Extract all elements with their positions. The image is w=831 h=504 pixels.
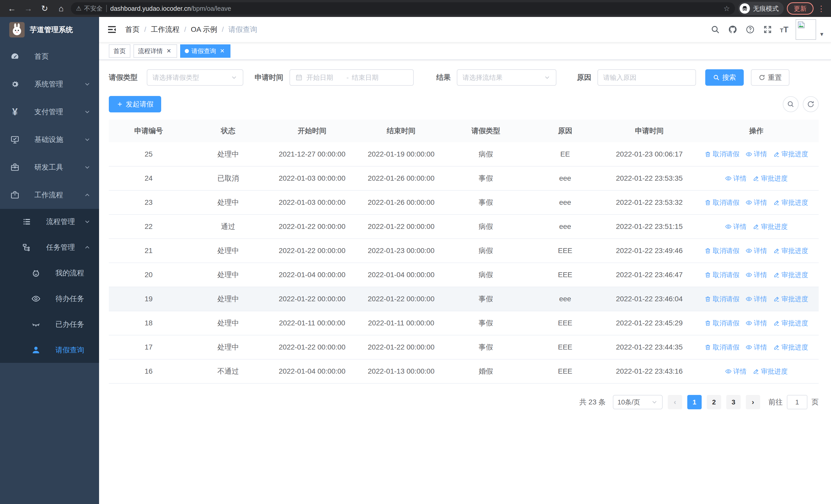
sidebar-item-3[interactable]: 基础设施 (0, 126, 99, 153)
sidebar-item-5[interactable]: 工作流程 (0, 181, 99, 209)
progress-action-link[interactable]: 审批进度 (773, 270, 808, 279)
breadcrumb-item[interactable]: 首页 (125, 25, 140, 34)
sidebar-item-8[interactable]: 我的流程 (0, 260, 99, 286)
create-leave-button[interactable]: 发起请假 (109, 96, 161, 112)
sidebar-item-label: 任务管理 (46, 242, 75, 252)
refresh-table-icon[interactable] (803, 96, 819, 112)
not-secure-warning[interactable]: ⚠ 不安全 (76, 4, 103, 12)
leave-type-select[interactable] (147, 69, 243, 86)
progress-action-link[interactable]: 审批进度 (773, 198, 808, 207)
cancel-action-link[interactable]: 取消请假 (705, 198, 739, 207)
browser-home-icon[interactable]: ⌂ (54, 2, 68, 15)
page-size-select[interactable]: 10条/页 (613, 395, 663, 409)
detail-action-link[interactable]: 详情 (746, 270, 767, 279)
close-icon[interactable]: ✕ (219, 48, 226, 55)
tab-0[interactable]: 首页 (109, 45, 131, 58)
leave-type-input[interactable] (152, 73, 230, 82)
browser-toolbar: ← → ↻ ⌂ ⚠ 不安全 dashboard.yudao.iocoder.cn… (0, 0, 831, 17)
address-bar[interactable]: ⚠ 不安全 dashboard.yudao.iocoder.cn/bpm/oa/… (71, 2, 735, 14)
reason-input[interactable] (603, 73, 690, 82)
github-icon[interactable] (727, 24, 738, 35)
sidebar-item-0[interactable]: 首页 (0, 42, 99, 70)
page-button-3[interactable]: 3 (726, 395, 741, 409)
apply-time-range-picker[interactable]: - (289, 69, 414, 86)
tab-1[interactable]: 流程详情✕ (134, 45, 177, 58)
detail-action-link[interactable]: 详情 (746, 150, 767, 158)
reason-field[interactable] (598, 69, 696, 86)
detail-action-link[interactable]: 详情 (746, 295, 767, 304)
sidebar-item-7[interactable]: 任务管理 (0, 235, 99, 260)
progress-action-link[interactable]: 审批进度 (773, 246, 808, 255)
browser-reload-icon[interactable]: ↻ (38, 2, 51, 15)
sidebar-item-4[interactable]: 研发工具 (0, 153, 99, 181)
detail-action-link[interactable]: 详情 (746, 319, 767, 328)
detail-action-link[interactable]: 详情 (746, 246, 767, 255)
start-date-input[interactable] (307, 73, 343, 82)
progress-action-link[interactable]: 审批进度 (773, 319, 808, 328)
progress-action-link[interactable]: 审批进度 (773, 343, 808, 352)
chevron-down-icon (544, 74, 551, 81)
detail-action-link[interactable]: 详情 (725, 367, 747, 376)
result-select[interactable] (457, 69, 556, 86)
font-size-icon[interactable]: TT (780, 25, 789, 34)
sidebar-item-6[interactable]: 流程管理 (0, 209, 99, 235)
cancel-action-link[interactable]: 取消请假 (705, 319, 739, 328)
cancel-action-link[interactable]: 取消请假 (705, 246, 739, 255)
fullscreen-icon[interactable] (763, 24, 773, 35)
eye-icon (725, 223, 732, 230)
page-button-1[interactable]: 1 (687, 395, 701, 409)
goto-page-input[interactable] (787, 395, 807, 409)
cell-actions: 详情审批进度 (694, 214, 819, 239)
breadcrumb-item[interactable]: OA 示例 (191, 25, 218, 34)
avatar[interactable] (796, 19, 816, 40)
trash-icon (705, 271, 711, 278)
avatar-caret-icon[interactable]: ▾ (820, 31, 823, 38)
browser-menu-icon[interactable]: ⋮ (816, 4, 826, 13)
cell-end: 2022-01-22 00:00:00 (356, 335, 446, 359)
progress-action-link[interactable]: 审批进度 (773, 295, 808, 304)
incognito-badge: 无痕模式 (738, 2, 784, 15)
browser-forward-icon[interactable]: → (22, 2, 35, 15)
bookmark-star-icon[interactable]: ☆ (723, 4, 730, 13)
calendar-icon (295, 73, 303, 81)
detail-action-link[interactable]: 详情 (725, 222, 747, 231)
cancel-action-link[interactable]: 取消请假 (705, 150, 739, 158)
sidebar-item-label: 基础设施 (34, 135, 63, 145)
sidebar-item-9[interactable]: 待办任务 (0, 286, 99, 312)
page-button-2[interactable]: 2 (707, 395, 721, 409)
next-page-button[interactable]: › (746, 395, 760, 409)
cancel-action-link[interactable]: 取消请假 (705, 295, 739, 304)
detail-action-link[interactable]: 详情 (725, 174, 747, 183)
tab-2[interactable]: 请假查询✕ (180, 45, 230, 58)
progress-action-link[interactable]: 审批进度 (753, 174, 787, 183)
close-icon[interactable]: ✕ (165, 48, 172, 55)
search-button[interactable]: 搜索 (705, 69, 744, 86)
header-search-icon[interactable] (710, 24, 720, 35)
result-input[interactable] (462, 73, 544, 82)
sidebar-item-11[interactable]: 请假查询 (0, 337, 99, 363)
sidebar-item-1[interactable]: 系统管理 (0, 70, 99, 98)
help-icon[interactable] (745, 24, 755, 35)
sidebar-fold-icon[interactable] (107, 24, 117, 35)
prev-page-button[interactable]: ‹ (668, 395, 682, 409)
progress-action-link[interactable]: 审批进度 (753, 367, 787, 376)
browser-update-button[interactable]: 更新 (787, 2, 813, 14)
edit-icon (773, 151, 780, 157)
cell-type: 婚假 (446, 359, 525, 383)
sidebar-item-10[interactable]: 已办任务 (0, 312, 99, 337)
cancel-action-link[interactable]: 取消请假 (705, 343, 739, 352)
reset-button[interactable]: 重置 (751, 69, 790, 86)
cancel-action-link[interactable]: 取消请假 (705, 270, 739, 279)
detail-action-link[interactable]: 详情 (746, 343, 767, 352)
app-logo-row[interactable]: 芋道管理系统 (0, 17, 99, 42)
detail-action-link[interactable]: 详情 (746, 198, 767, 207)
browser-back-icon[interactable]: ← (5, 2, 19, 15)
progress-action-link[interactable]: 审批进度 (773, 150, 808, 158)
breadcrumb-item[interactable]: 工作流程 (151, 25, 180, 34)
sidebar-item-2[interactable]: ¥支付管理 (0, 98, 99, 126)
toggle-search-icon[interactable] (783, 96, 799, 112)
end-date-input[interactable] (352, 73, 389, 82)
cell-actions: 取消请假详情审批进度 (694, 239, 819, 263)
table-row-21: 21处理中2022-01-22 00:00:002022-01-23 00:00… (109, 239, 819, 263)
progress-action-link[interactable]: 审批进度 (753, 222, 787, 231)
